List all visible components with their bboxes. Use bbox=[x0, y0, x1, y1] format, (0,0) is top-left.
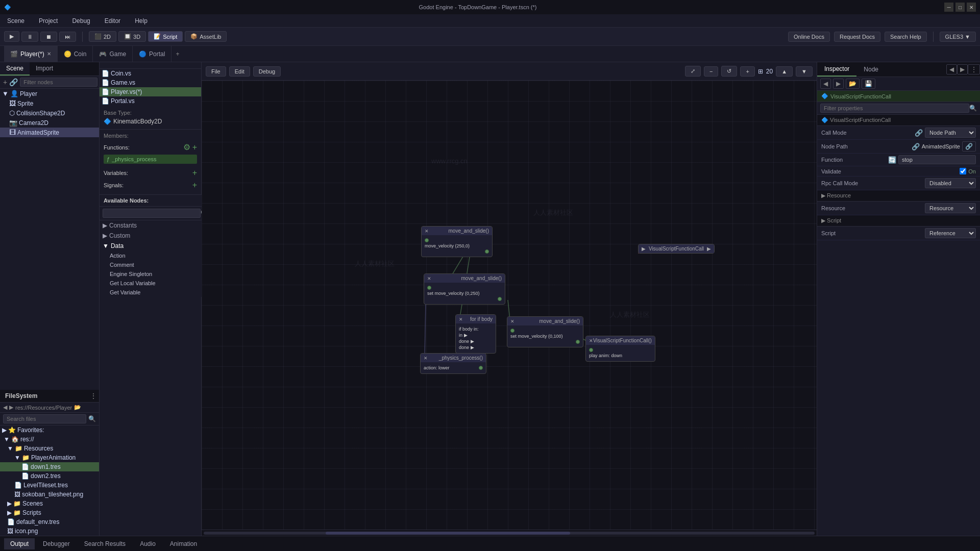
tab-player-close[interactable]: ✕ bbox=[47, 51, 51, 57]
tab-coin[interactable]: 🪙 Coin bbox=[58, 46, 93, 62]
node-6-close[interactable]: ✕ bbox=[589, 338, 593, 343]
eye-icon-sprite[interactable]: 👁 bbox=[91, 100, 97, 107]
tree-item-collision[interactable]: ⬡ CollisionShape2D 👁 bbox=[0, 108, 99, 118]
play-button[interactable]: ▶ bbox=[4, 31, 19, 42]
menu-debug[interactable]: Debug bbox=[69, 16, 93, 26]
graph-node-2[interactable]: ▶ VisualScriptFunctionCall ▶ bbox=[638, 244, 715, 254]
fs-item-sokoban[interactable]: 🖼 sokoban_tilesheet.png bbox=[0, 490, 99, 499]
resource-section-header[interactable]: ▶ Resource bbox=[817, 190, 980, 202]
lock-icon[interactable]: 🔒 bbox=[89, 90, 97, 97]
add-node-button[interactable]: + bbox=[3, 78, 7, 86]
titlebar-controls[interactable]: ─ □ ✕ bbox=[944, 3, 976, 12]
menu-editor[interactable]: Editor bbox=[102, 16, 124, 26]
minimize-button[interactable]: ─ bbox=[944, 3, 953, 12]
scrollbar-thumb[interactable] bbox=[326, 532, 570, 535]
save-resource-button[interactable]: 💾 bbox=[862, 79, 875, 89]
avail-custom[interactable]: ▶ Custom bbox=[100, 231, 211, 241]
expand-button[interactable]: ⤢ bbox=[685, 66, 701, 77]
script-file-portal[interactable]: 📄 Portal.vs bbox=[100, 96, 201, 106]
functions-add-button[interactable]: + bbox=[192, 142, 197, 152]
tab-portal[interactable]: 🔵 Portal bbox=[133, 46, 172, 62]
open-resource-button[interactable]: 📂 bbox=[846, 79, 860, 89]
fs-item-down1[interactable]: 📄 down1.tres bbox=[0, 462, 99, 471]
call-mode-dropdown[interactable]: Node Path bbox=[925, 128, 976, 138]
filter-search-icon[interactable]: 🔍 bbox=[969, 105, 977, 112]
zoom-down-button[interactable]: ▼ bbox=[796, 66, 813, 77]
fs-favorites[interactable]: ▶ ⭐ Favorites: bbox=[0, 425, 99, 435]
avail-item-action[interactable]: Action bbox=[100, 251, 211, 260]
inspector-prev-button[interactable]: ◀ bbox=[946, 64, 957, 74]
resource-dropdown[interactable]: Resource bbox=[925, 203, 976, 213]
script-file-game[interactable]: 📄 Game.vs bbox=[100, 78, 201, 87]
function-input[interactable] bbox=[898, 155, 976, 164]
script-debug-button[interactable]: Debug bbox=[253, 66, 281, 77]
node-graph[interactable]: www.rrcg.cn 人人素材社区 人人素材社区 人人素材社区 bbox=[202, 81, 817, 536]
bottom-tab-output[interactable]: Output bbox=[4, 538, 35, 549]
scrollbar-track[interactable] bbox=[204, 532, 815, 535]
left-tab-scene[interactable]: Scene bbox=[0, 62, 30, 76]
fs-back-button[interactable]: ◀ bbox=[3, 404, 7, 411]
graph-node-1[interactable]: ✕ move_and_slide() move_velocity (250,0) bbox=[421, 226, 493, 257]
mode-3d-button[interactable]: 🔲 3D bbox=[118, 31, 146, 42]
node-5-close[interactable]: ✕ bbox=[510, 319, 514, 324]
right-tab-inspector[interactable]: Inspector bbox=[817, 62, 856, 77]
script-section-header[interactable]: ▶ Script bbox=[817, 215, 980, 227]
bottom-tab-audio[interactable]: Audio bbox=[134, 538, 162, 549]
tree-item-camera[interactable]: 📷 Camera2D 👁 bbox=[0, 118, 99, 128]
node-5-port-out[interactable] bbox=[576, 340, 580, 344]
script-file-button[interactable]: File bbox=[206, 66, 226, 77]
fs-item-res[interactable]: ▼ 🏠 res:// bbox=[0, 435, 99, 444]
stop-button[interactable]: ⏹ bbox=[40, 32, 57, 42]
avail-item-engine-singleton[interactable]: Engine Singleton bbox=[100, 269, 211, 279]
node-3-port-in[interactable] bbox=[427, 286, 431, 290]
fs-item-down2[interactable]: 📄 down2.tres bbox=[0, 471, 99, 481]
script-file-coin[interactable]: 📄 Coin.vs bbox=[100, 69, 201, 78]
rpc-call-mode-dropdown[interactable]: Disabled bbox=[925, 178, 976, 188]
search-help-button[interactable]: Search Help bbox=[885, 32, 927, 42]
online-docs-button[interactable]: Online Docs bbox=[788, 32, 830, 42]
right-tab-node[interactable]: Node bbox=[856, 63, 886, 76]
bottom-tab-search[interactable]: Search Results bbox=[78, 538, 132, 549]
fs-item-scripts[interactable]: ▶ 📁 Scripts bbox=[0, 508, 99, 517]
inspector-section-header[interactable]: 🔷 VisualScriptFunctionCall bbox=[817, 115, 980, 126]
left-tab-import[interactable]: Import bbox=[30, 62, 59, 76]
request-docs-button[interactable]: Request Docs bbox=[834, 32, 880, 42]
script-edit-button[interactable]: Edit bbox=[229, 66, 250, 77]
script-file-player[interactable]: 📄 Player.vs(*) bbox=[100, 87, 201, 96]
node-5-port-in[interactable] bbox=[510, 329, 514, 333]
eye-icon-collision[interactable]: 👁 bbox=[91, 110, 97, 117]
node-6-port-in[interactable] bbox=[589, 348, 593, 352]
graph-node-4[interactable]: ✕ for if body if body in: in ▶ done ▶ bbox=[455, 314, 496, 354]
fs-item-icon[interactable]: 🖼 icon.png bbox=[0, 527, 99, 536]
menu-help[interactable]: Help bbox=[132, 16, 151, 26]
signals-add-button[interactable]: + bbox=[192, 181, 197, 190]
zoom-reset-button[interactable]: ↺ bbox=[721, 66, 737, 77]
inspector-more-button[interactable]: ⋮ bbox=[968, 64, 980, 74]
fs-search-icon[interactable]: 🔍 bbox=[88, 415, 96, 422]
bottom-tab-animation[interactable]: Animation bbox=[164, 538, 203, 549]
step-button[interactable]: ⏭ bbox=[59, 32, 76, 42]
node-path-edit-button[interactable]: 🔗 bbox=[962, 141, 976, 152]
node-7-close[interactable]: ✕ bbox=[424, 356, 428, 361]
fs-folder-icon[interactable]: 📂 bbox=[74, 404, 81, 411]
search-files-input[interactable] bbox=[3, 414, 86, 423]
fs-item-resources[interactable]: ▼ 📁 Resources bbox=[0, 444, 99, 453]
zoom-in-button[interactable]: + bbox=[740, 66, 754, 77]
node-1-port-in[interactable] bbox=[425, 238, 429, 242]
node-3-port-out[interactable] bbox=[498, 297, 502, 301]
available-nodes-input[interactable] bbox=[103, 209, 201, 218]
node-1-close[interactable]: ✕ bbox=[425, 229, 429, 234]
avail-data[interactable]: ▼ Data bbox=[100, 241, 211, 251]
tree-item-animatedsprite[interactable]: 🎞 AnimatedSprite 👁 bbox=[0, 128, 99, 137]
variables-add-button[interactable]: + bbox=[192, 168, 197, 178]
bottom-tab-debugger[interactable]: Debugger bbox=[37, 538, 76, 549]
functions-settings-button[interactable]: ⚙ bbox=[183, 142, 190, 152]
menu-project[interactable]: Project bbox=[36, 16, 61, 26]
fs-item-leveltileset[interactable]: 📄 LevelTileset.tres bbox=[0, 481, 99, 490]
fs-item-scenes[interactable]: ▶ 📁 Scenes bbox=[0, 499, 99, 508]
graph-node-3[interactable]: ✕ move_and_slide() set move_velocity (0,… bbox=[424, 273, 505, 305]
eye-icon-animatedsprite[interactable]: 👁 bbox=[91, 129, 97, 136]
graph-node-6[interactable]: ✕ VisualScriptFunctionCall() play anim: … bbox=[585, 336, 655, 362]
mode-2d-button[interactable]: ⬛ 2D bbox=[89, 31, 116, 42]
mode-script-button[interactable]: 📝 Script bbox=[148, 31, 183, 42]
